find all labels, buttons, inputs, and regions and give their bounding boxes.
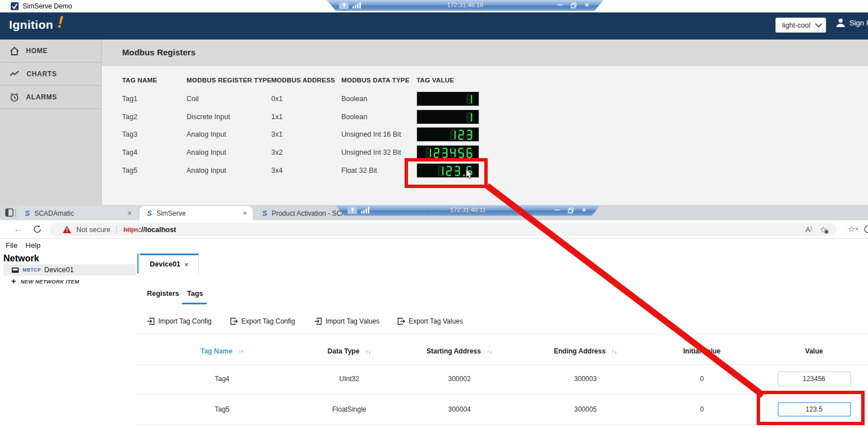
cell-data-type: Boolean xyxy=(341,95,367,103)
cell-register-type: Analog Input xyxy=(186,149,226,156)
col-header-tag-name[interactable]: Tag Name ↑≡ xyxy=(137,339,307,364)
cell-initial: 0 xyxy=(644,365,760,394)
close-button[interactable]: × xyxy=(582,205,586,216)
cell-address: 3x1 xyxy=(271,130,283,138)
remote-desktop-bar-top: 172.31.46.18 — × xyxy=(327,0,604,11)
export-icon xyxy=(230,317,238,325)
alarm-clock-icon xyxy=(10,93,19,102)
col-header-initial-value: Initial Value xyxy=(644,339,760,364)
tab-title: SimServe xyxy=(157,209,186,217)
refresh-icon[interactable] xyxy=(33,225,42,234)
close-button[interactable]: × xyxy=(585,0,589,11)
chart-line-icon xyxy=(10,71,20,77)
sort-icon: ↑↓ xyxy=(365,348,371,355)
tab-close-icon[interactable]: × xyxy=(127,209,132,217)
cell-register-type: Coil xyxy=(186,95,199,103)
network-heading: Network xyxy=(3,254,39,264)
new-network-item-button[interactable]: + NEW NETWORK ITEM xyxy=(3,277,79,286)
import-icon xyxy=(147,317,155,325)
device-document-tab[interactable]: Device01 × xyxy=(140,254,199,273)
browser-tab-scadamatic[interactable]: S SCADAmatic × xyxy=(18,206,137,220)
sidebar-item-charts[interactable]: CHARTS xyxy=(0,63,101,86)
value-input-tag5[interactable] xyxy=(778,402,851,417)
import-icon xyxy=(314,317,322,325)
toolbar-button-label: Export Tag Config xyxy=(241,317,295,325)
screen: SimServe Demo Ignition ! light-cool Sign… xyxy=(0,0,868,428)
favorites-icon[interactable]: ☆ xyxy=(820,225,827,235)
minimize-button[interactable]: — xyxy=(554,205,560,216)
import-tag-config-button[interactable]: Import Tag Config xyxy=(147,317,212,325)
led-display xyxy=(416,127,479,142)
led-display xyxy=(416,163,479,178)
workspaces-icon[interactable] xyxy=(5,208,14,217)
sign-in-button[interactable]: Sign In xyxy=(835,18,868,28)
theme-dropdown[interactable]: light-cool xyxy=(775,18,826,33)
collections-icon[interactable]: ☆≡ xyxy=(848,224,858,234)
ignition-logo: Ignition xyxy=(9,18,53,32)
menu-help[interactable]: Help xyxy=(25,241,41,250)
home-icon xyxy=(10,47,19,55)
url-scheme: https xyxy=(123,226,138,234)
col-header-ending-address[interactable]: Ending Address ↑↓ xyxy=(527,339,644,364)
value-input-tag4[interactable] xyxy=(778,372,851,386)
export-tag-config-button[interactable]: Export Tag Config xyxy=(230,317,295,325)
sort-asc-icon: ↑≡ xyxy=(238,348,244,355)
menu-file[interactable]: File xyxy=(6,241,18,250)
simserve-app: Network MBTCP Device01 + NEW NETWORK ITE… xyxy=(0,252,868,428)
window-title: SimServe Demo xyxy=(23,2,72,10)
toolbar-divider xyxy=(137,334,868,334)
export-tag-values-button[interactable]: Export Tag Values xyxy=(397,317,463,325)
network-device-item[interactable]: MBTCP Device01 xyxy=(3,264,136,276)
profile-icon[interactable] xyxy=(863,225,868,233)
plus-icon: + xyxy=(11,277,16,286)
doc-tab-close-icon[interactable]: × xyxy=(184,260,189,269)
tab-accent-bar xyxy=(137,254,138,273)
col-header-value: Value xyxy=(760,339,868,364)
cell-tag-name: Tag4 xyxy=(122,149,137,156)
address-bar[interactable]: Not secure https ://localhost A) ☆ xyxy=(50,223,836,236)
sidebar-item-label: HOME xyxy=(26,47,47,55)
toolbar-button-label: Import Tag Config xyxy=(158,317,212,325)
minimize-button[interactable]: — xyxy=(557,0,563,11)
cell-data-type: Boolean xyxy=(341,113,367,121)
cell-tag: Tag4 xyxy=(137,365,307,394)
user-icon xyxy=(835,18,846,28)
tab-close-icon[interactable]: × xyxy=(242,209,247,217)
tab-tags[interactable]: Tags xyxy=(187,290,203,298)
tab-registers[interactable]: Registers xyxy=(147,290,179,298)
col-header-register-type: MODBUS REGISTER TYPE xyxy=(186,77,271,84)
restore-button[interactable] xyxy=(571,3,576,8)
sidebar-item-alarms[interactable]: ALARMS xyxy=(0,86,101,109)
import-tag-values-button[interactable]: Import Tag Values xyxy=(314,317,380,325)
tags-table: Tag Name ↑≡ Data Type ↑↓ Starting Addres… xyxy=(137,339,868,425)
tab-favicon: S xyxy=(262,209,267,217)
cell-data-type: UInt32 xyxy=(307,365,392,394)
cell-address: 0x1 xyxy=(271,95,283,103)
cell-address: 3x2 xyxy=(271,149,283,156)
sidebar-item-home[interactable]: HOME xyxy=(0,40,101,63)
active-tab-underline xyxy=(182,303,207,304)
toolbar-button-label: Export Tag Values xyxy=(409,317,463,325)
cell-address: 3x4 xyxy=(271,167,283,174)
col-header-address: MODBUS ADDRESS xyxy=(271,77,335,84)
device-protocol-badge: MBTCP xyxy=(23,267,41,273)
cell-data-type: Unsigned Int 32 Bit xyxy=(341,149,401,156)
restore-button[interactable] xyxy=(568,208,574,213)
table-row-tag5: Tag5 FloatSingle 300004 300005 0 xyxy=(137,394,868,425)
tab-favicon: S xyxy=(25,209,30,217)
cell-end: 300003 xyxy=(527,365,644,394)
col-header-tag-name: TAG NAME xyxy=(122,77,157,84)
address-divider xyxy=(116,226,117,234)
warning-icon xyxy=(63,226,71,233)
col-header-starting-address[interactable]: Starting Address ↑↓ xyxy=(392,339,527,364)
col-header-data-type[interactable]: Data Type ↑↓ xyxy=(307,339,392,364)
ignition-header xyxy=(0,12,868,40)
export-icon xyxy=(397,317,405,325)
browser-tab-simserve[interactable]: S SimServe × xyxy=(140,206,253,220)
back-button[interactable]: ← xyxy=(14,224,23,235)
cell-register-type: Analog Input xyxy=(186,167,226,174)
page-header-band xyxy=(102,40,868,66)
read-aloud-icon[interactable]: A) xyxy=(805,225,811,234)
browser-tab-product-activation[interactable]: S Product Activation - SCA xyxy=(255,206,345,220)
cell-data-type: FloatSingle xyxy=(307,394,392,423)
